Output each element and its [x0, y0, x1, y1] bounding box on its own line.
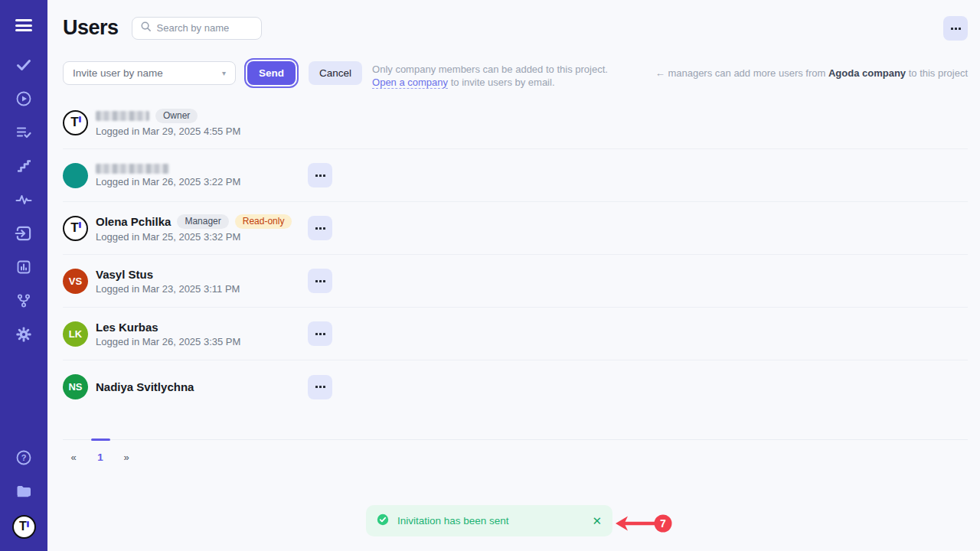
last-login: Logged in Mar 26, 2025 3:35 PM [96, 336, 308, 347]
avatar [63, 163, 88, 188]
sidebar: ? T [0, 0, 47, 551]
user-list: T Owner Logged in Mar 29, 2025 4:55 PM L… [63, 96, 968, 413]
table-row: LK Les Kurbas Logged in Mar 26, 2025 3:3… [63, 308, 968, 360]
invite-info-line2: to invite users by email. [448, 77, 554, 88]
user-name: Nadiya Svitlychna [96, 380, 194, 393]
table-row: Logged in Mar 26, 2025 3:22 PM [63, 149, 968, 202]
user-name: Vasyl Stus [96, 268, 153, 281]
page-header: Users [63, 0, 968, 40]
app-logo-icon: T [12, 515, 36, 539]
avatar: LK [63, 321, 88, 347]
svg-text:?: ? [21, 453, 27, 462]
row-menu-button[interactable] [308, 269, 332, 293]
invite-select-value: Invite user by name [73, 67, 163, 79]
row-menu-button[interactable] [308, 321, 332, 346]
last-login: Logged in Mar 29, 2025 4:55 PM [96, 126, 308, 137]
table-row: VS Vasyl Stus Logged in Mar 23, 2025 3:1… [63, 255, 968, 308]
sidebar-item-runs[interactable] [11, 88, 36, 112]
redacted-user-name [96, 111, 149, 121]
open-company-link[interactable]: Open a company [372, 77, 448, 89]
table-row: T Owner Logged in Mar 29, 2025 4:55 PM [63, 96, 968, 149]
invite-info-line1: Only company members can be added to thi… [372, 64, 608, 75]
row-menu-button[interactable] [308, 216, 332, 240]
avatar: VS [63, 269, 88, 294]
user-name: Olena Pchilka [96, 215, 171, 228]
toast-notification: Inivitation has been sent ✕ [366, 505, 612, 536]
search-box [132, 17, 262, 40]
readonly-badge: Read-only [235, 214, 292, 229]
sidebar-item-settings[interactable] [11, 324, 36, 348]
sidebar-footer: ? T [11, 447, 36, 539]
activity-pulse-icon [15, 191, 33, 212]
sidebar-item-test-cases[interactable] [11, 122, 36, 146]
user-name: Les Kurbas [96, 321, 158, 334]
sidebar-item-help[interactable]: ? [11, 447, 36, 471]
branch-icon [15, 292, 33, 313]
help-icon: ? [15, 448, 33, 470]
sidebar-item-projects[interactable] [11, 481, 36, 505]
folder-icon [15, 482, 33, 504]
gear-icon [15, 325, 33, 347]
bar-chart-icon [15, 258, 33, 279]
search-input[interactable] [157, 22, 253, 34]
sidebar-item-import[interactable] [11, 223, 36, 247]
stairs-icon [15, 157, 33, 178]
pagination: « 1 » [63, 439, 968, 485]
chevron-down-icon: ▾ [222, 69, 226, 77]
app-logo[interactable]: T [11, 514, 36, 539]
sidebar-nav [11, 54, 36, 348]
managers-note-prefix: ← managers can add more users from [655, 67, 828, 79]
active-page-indicator [91, 439, 110, 441]
managers-note: ← managers can add more users from Agoda… [655, 67, 968, 79]
checklist-icon [15, 123, 33, 145]
sign-in-icon [14, 223, 34, 246]
header-more-button[interactable] [943, 16, 968, 41]
row-menu-button[interactable] [308, 375, 332, 399]
check-icon [15, 56, 33, 77]
toast-message: Inivitation has been sent [397, 515, 592, 527]
role-badge: Manager [177, 214, 228, 229]
managers-note-suffix: to this project [906, 67, 968, 79]
send-button[interactable]: Send [247, 61, 296, 85]
table-row: T Olena Pchilka Manager Read-only Logged… [63, 202, 968, 255]
sidebar-item-activity[interactable] [11, 189, 36, 214]
role-badge: Owner [155, 109, 198, 123]
table-row: NS Nadiya Svitlychna [63, 360, 968, 413]
avatar: NS [63, 374, 88, 399]
invite-info-text: Only company members can be added to thi… [372, 63, 608, 89]
invite-user-select[interactable]: Invite user by name ▾ [63, 61, 236, 85]
sidebar-item-reports[interactable] [11, 256, 36, 281]
success-check-icon [377, 514, 389, 529]
row-menu-button[interactable] [308, 163, 332, 187]
pagination-prev-button[interactable]: « [64, 448, 83, 466]
sidebar-item-steps[interactable] [11, 155, 36, 180]
last-login: Logged in Mar 26, 2025 3:22 PM [96, 176, 308, 187]
cancel-button[interactable]: Cancel [309, 61, 362, 85]
main-content: Users Invite user by name ▾ Send Cancel … [47, 0, 980, 551]
sidebar-item-checks[interactable] [11, 54, 36, 79]
search-icon [140, 21, 152, 35]
invite-bar: Invite user by name ▾ Send Cancel Only c… [63, 61, 968, 93]
page-title: Users [63, 16, 119, 40]
managers-note-company: Agoda company [828, 67, 906, 79]
toast-close-icon[interactable]: ✕ [592, 515, 602, 527]
avatar: T [63, 216, 88, 241]
sidebar-item-integrations[interactable] [11, 290, 36, 315]
hamburger-menu-icon[interactable] [11, 15, 36, 36]
avatar: T [63, 110, 88, 135]
play-circle-icon [15, 90, 33, 111]
redacted-user-name [96, 164, 169, 174]
pagination-next-button[interactable]: » [117, 448, 136, 466]
last-login: Logged in Mar 23, 2025 3:11 PM [96, 283, 308, 295]
pagination-page-1[interactable]: 1 [91, 448, 109, 466]
last-login: Logged in Mar 25, 2025 3:32 PM [96, 231, 308, 243]
